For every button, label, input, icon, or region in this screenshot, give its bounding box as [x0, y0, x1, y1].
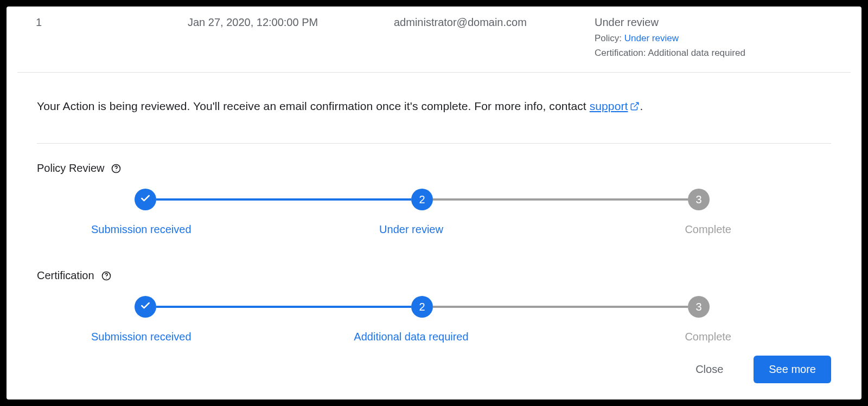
policy-review-title-row: Policy Review: [37, 162, 831, 175]
open-in-new-icon: [628, 100, 640, 112]
step-connector: [156, 198, 411, 201]
certification-title: Certification: [37, 269, 94, 282]
svg-line-0: [634, 103, 639, 107]
svg-point-2: [116, 170, 117, 171]
support-link[interactable]: support: [590, 100, 640, 112]
step-label-3: Complete: [540, 223, 731, 236]
step-connector: [433, 306, 688, 308]
stepper-track: 2 3: [135, 296, 710, 318]
policy-status-label: Policy:: [595, 33, 624, 43]
svg-point-4: [106, 278, 106, 278]
policy-status-line: Policy: Under review: [595, 31, 845, 46]
close-button[interactable]: Close: [691, 361, 727, 378]
step-label-3: Complete: [540, 331, 731, 343]
certification-status-line: Certification: Additional data required: [595, 46, 845, 60]
certification-status-label: Certification:: [595, 48, 648, 58]
details-body: Your Action is being reviewed. You'll re…: [7, 73, 861, 399]
submission-status: Under review Policy: Under review Certif…: [595, 16, 861, 60]
step-node-3: 3: [688, 189, 710, 210]
step-label-2: Under review: [315, 223, 507, 236]
step-label-1: Submission received: [91, 331, 283, 343]
review-info-text: Your Action is being reviewed. You'll re…: [37, 100, 831, 113]
step-label-1: Submission received: [91, 223, 283, 236]
submission-email: administrator@domain.com: [394, 16, 595, 29]
certification-status-value: Additional data required: [648, 48, 745, 58]
submission-date: Jan 27, 2020, 12:00:00 PM: [188, 16, 394, 29]
step-labels: Submission received Additional data requ…: [135, 331, 710, 343]
check-icon: [140, 300, 151, 314]
divider: [37, 143, 831, 144]
submission-id: 1: [7, 16, 188, 29]
info-text-after: .: [640, 100, 643, 112]
certification-title-row: Certification: [37, 269, 831, 282]
help-icon[interactable]: [101, 270, 112, 281]
footer-buttons: Close See more: [691, 356, 831, 383]
step-node-1: [135, 189, 156, 210]
submission-row[interactable]: 1 Jan 27, 2020, 12:00:00 PM administrato…: [7, 7, 861, 72]
window-frame: 1 Jan 27, 2020, 12:00:00 PM administrato…: [0, 0, 868, 406]
help-icon[interactable]: [111, 163, 122, 174]
stepper-track: 2 3: [135, 189, 710, 210]
step-node-2: 2: [411, 189, 433, 210]
info-text-before: Your Action is being reviewed. You'll re…: [37, 100, 590, 112]
step-connector: [156, 306, 411, 308]
content-area: 1 Jan 27, 2020, 12:00:00 PM administrato…: [7, 7, 861, 399]
check-icon: [140, 193, 151, 207]
policy-status-link[interactable]: Under review: [624, 33, 679, 43]
step-label-2: Additional data required: [315, 331, 507, 343]
certification-stepper: 2 3 Submission received Additional data …: [135, 296, 710, 343]
step-labels: Submission received Under review Complet…: [135, 223, 710, 236]
policy-review-title: Policy Review: [37, 162, 104, 175]
step-node-3: 3: [688, 296, 710, 318]
step-node-1: [135, 296, 156, 318]
step-node-2: 2: [411, 296, 433, 318]
status-headline: Under review: [595, 16, 845, 29]
policy-review-stepper: 2 3 Submission received Under review Com…: [135, 189, 710, 236]
see-more-button[interactable]: See more: [754, 356, 831, 383]
step-connector: [433, 198, 688, 201]
